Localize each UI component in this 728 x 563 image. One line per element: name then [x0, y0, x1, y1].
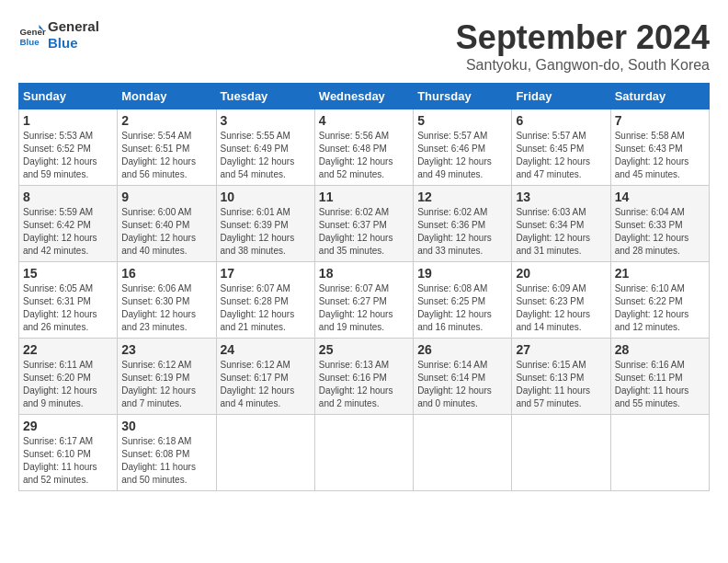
- sunset-label: Sunset: 6:42 PM: [23, 220, 91, 230]
- day-info: Sunrise: 5:58 AM Sunset: 6:43 PM Dayligh…: [615, 130, 705, 181]
- day-number: 2: [121, 113, 211, 128]
- day-number: 15: [23, 266, 113, 281]
- calendar-day-11: 11 Sunrise: 6:02 AM Sunset: 6:37 PM Dayl…: [314, 186, 413, 262]
- calendar-day-28: 28 Sunrise: 6:16 AM Sunset: 6:11 PM Dayl…: [610, 339, 709, 415]
- day-number: 13: [516, 190, 606, 204]
- sunrise-label: Sunrise: 6:07 AM: [319, 283, 389, 293]
- day-info: Sunrise: 6:07 AM Sunset: 6:28 PM Dayligh…: [221, 282, 311, 334]
- daylight-label: Daylight: 12 hours and 59 minutes.: [23, 156, 97, 179]
- weekday-header-wednesday: Wednesday: [314, 84, 413, 109]
- sunrise-label: Sunrise: 6:10 AM: [615, 283, 685, 293]
- day-info: Sunrise: 6:02 AM Sunset: 6:36 PM Dayligh…: [417, 206, 507, 258]
- weekday-header-tuesday: Tuesday: [216, 84, 314, 109]
- sunset-label: Sunset: 6:22 PM: [615, 296, 683, 306]
- sunset-label: Sunset: 6:11 PM: [615, 373, 683, 383]
- daylight-label: Daylight: 12 hours and 14 minutes.: [516, 309, 590, 332]
- sunrise-label: Sunrise: 5:54 AM: [121, 131, 191, 141]
- day-number: 25: [319, 342, 409, 357]
- sunrise-label: Sunrise: 5:57 AM: [516, 131, 586, 141]
- daylight-label: Daylight: 12 hours and 9 minutes.: [23, 385, 97, 408]
- daylight-label: Daylight: 12 hours and 42 minutes.: [23, 233, 97, 256]
- calendar-day-15: 15 Sunrise: 6:05 AM Sunset: 6:31 PM Dayl…: [19, 262, 118, 339]
- daylight-label: Daylight: 12 hours and 33 minutes.: [417, 233, 492, 256]
- day-info: Sunrise: 6:16 AM Sunset: 6:11 PM Dayligh…: [615, 359, 705, 410]
- sunset-label: Sunset: 6:16 PM: [319, 373, 387, 383]
- day-info: Sunrise: 6:01 AM Sunset: 6:39 PM Dayligh…: [221, 206, 311, 258]
- day-info: Sunrise: 6:05 AM Sunset: 6:31 PM Dayligh…: [23, 282, 113, 334]
- empty-cell: [216, 415, 314, 491]
- day-info: Sunrise: 6:12 AM Sunset: 6:19 PM Dayligh…: [121, 359, 211, 410]
- daylight-label: Daylight: 12 hours and 28 minutes.: [615, 233, 689, 256]
- calendar-day-8: 8 Sunrise: 5:59 AM Sunset: 6:42 PM Dayli…: [19, 186, 118, 262]
- weekday-header-saturday: Saturday: [610, 84, 709, 109]
- sunset-label: Sunset: 6:36 PM: [417, 220, 485, 230]
- calendar-day-2: 2 Sunrise: 5:54 AM Sunset: 6:51 PM Dayli…: [118, 109, 216, 186]
- calendar-day-19: 19 Sunrise: 6:08 AM Sunset: 6:25 PM Dayl…: [414, 262, 512, 339]
- day-number: 28: [615, 342, 705, 357]
- sunset-label: Sunset: 6:23 PM: [516, 296, 584, 306]
- day-info: Sunrise: 6:02 AM Sunset: 6:37 PM Dayligh…: [319, 206, 409, 258]
- sunset-label: Sunset: 6:45 PM: [516, 144, 584, 154]
- calendar-week-2: 8 Sunrise: 5:59 AM Sunset: 6:42 PM Dayli…: [19, 186, 710, 262]
- daylight-label: Daylight: 12 hours and 19 minutes.: [319, 309, 393, 332]
- sunrise-label: Sunrise: 5:55 AM: [221, 131, 290, 141]
- day-number: 3: [221, 113, 311, 128]
- sunrise-label: Sunrise: 6:17 AM: [23, 436, 93, 446]
- sunset-label: Sunset: 6:28 PM: [221, 296, 289, 306]
- calendar-day-12: 12 Sunrise: 6:02 AM Sunset: 6:36 PM Dayl…: [414, 186, 512, 262]
- sunset-label: Sunset: 6:46 PM: [417, 144, 485, 154]
- empty-cell: [414, 415, 512, 491]
- calendar-day-6: 6 Sunrise: 5:57 AM Sunset: 6:45 PM Dayli…: [512, 109, 610, 186]
- calendar-day-4: 4 Sunrise: 5:56 AM Sunset: 6:48 PM Dayli…: [314, 109, 413, 186]
- calendar-day-22: 22 Sunrise: 6:11 AM Sunset: 6:20 PM Dayl…: [19, 339, 118, 415]
- calendar-day-21: 21 Sunrise: 6:10 AM Sunset: 6:22 PM Dayl…: [610, 262, 709, 339]
- day-number: 7: [615, 113, 705, 128]
- calendar-day-18: 18 Sunrise: 6:07 AM Sunset: 6:27 PM Dayl…: [314, 262, 413, 339]
- sunset-label: Sunset: 6:20 PM: [23, 373, 91, 383]
- calendar-day-24: 24 Sunrise: 6:12 AM Sunset: 6:17 PM Dayl…: [216, 339, 314, 415]
- sunset-label: Sunset: 6:40 PM: [121, 220, 189, 230]
- sunset-label: Sunset: 6:51 PM: [121, 144, 189, 154]
- svg-text:General: General: [20, 27, 47, 37]
- sunset-label: Sunset: 6:34 PM: [516, 220, 584, 230]
- day-info: Sunrise: 5:57 AM Sunset: 6:46 PM Dayligh…: [417, 130, 507, 181]
- sunrise-label: Sunrise: 6:12 AM: [221, 360, 290, 370]
- sunrise-label: Sunrise: 5:59 AM: [23, 207, 93, 217]
- sunset-label: Sunset: 6:19 PM: [121, 373, 189, 383]
- logo-text: General Blue: [48, 18, 99, 52]
- daylight-label: Daylight: 12 hours and 54 minutes.: [221, 156, 295, 179]
- daylight-label: Daylight: 12 hours and 45 minutes.: [615, 156, 689, 179]
- daylight-label: Daylight: 12 hours and 0 minutes.: [417, 385, 492, 408]
- day-info: Sunrise: 5:53 AM Sunset: 6:52 PM Dayligh…: [23, 130, 113, 181]
- calendar-week-3: 15 Sunrise: 6:05 AM Sunset: 6:31 PM Dayl…: [19, 262, 710, 339]
- day-number: 9: [121, 190, 211, 204]
- sunrise-label: Sunrise: 6:02 AM: [319, 207, 389, 217]
- empty-cell: [314, 415, 413, 491]
- weekday-header-row: SundayMondayTuesdayWednesdayThursdayFrid…: [19, 84, 710, 109]
- sunrise-label: Sunrise: 6:06 AM: [121, 283, 191, 293]
- day-info: Sunrise: 6:07 AM Sunset: 6:27 PM Dayligh…: [319, 282, 409, 334]
- sunrise-label: Sunrise: 6:07 AM: [221, 283, 290, 293]
- day-number: 22: [23, 342, 113, 357]
- calendar-day-27: 27 Sunrise: 6:15 AM Sunset: 6:13 PM Dayl…: [512, 339, 610, 415]
- weekday-header-friday: Friday: [512, 84, 610, 109]
- sunrise-label: Sunrise: 6:00 AM: [121, 207, 191, 217]
- day-number: 1: [23, 113, 113, 128]
- sunset-label: Sunset: 6:17 PM: [221, 373, 289, 383]
- sunset-label: Sunset: 6:48 PM: [319, 144, 387, 154]
- sunset-label: Sunset: 6:33 PM: [615, 220, 683, 230]
- sunset-label: Sunset: 6:52 PM: [23, 144, 91, 154]
- logo-icon: General Blue: [18, 21, 46, 49]
- sunrise-label: Sunrise: 5:56 AM: [319, 131, 389, 141]
- daylight-label: Daylight: 12 hours and 21 minutes.: [221, 309, 295, 332]
- day-info: Sunrise: 6:08 AM Sunset: 6:25 PM Dayligh…: [417, 282, 507, 334]
- day-number: 14: [615, 190, 705, 204]
- day-info: Sunrise: 5:56 AM Sunset: 6:48 PM Dayligh…: [319, 130, 409, 181]
- daylight-label: Daylight: 12 hours and 23 minutes.: [121, 309, 196, 332]
- day-number: 27: [516, 342, 606, 357]
- day-info: Sunrise: 6:03 AM Sunset: 6:34 PM Dayligh…: [516, 206, 606, 258]
- day-number: 10: [221, 190, 311, 204]
- day-info: Sunrise: 6:11 AM Sunset: 6:20 PM Dayligh…: [23, 359, 113, 410]
- sunset-label: Sunset: 6:30 PM: [121, 296, 189, 306]
- sunrise-label: Sunrise: 6:09 AM: [516, 283, 586, 293]
